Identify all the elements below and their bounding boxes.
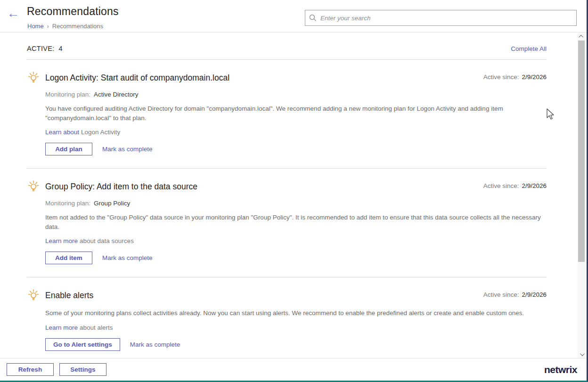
breadcrumb-home-link[interactable]: Home [27,23,44,30]
lightbulb-icon [27,180,40,195]
recommendation-card: Logon Activity: Start audit of companydo… [27,60,547,168]
scrollbar-thumb[interactable] [578,41,585,262]
scroll-down-arrow-icon[interactable] [578,350,585,358]
active-summary-row: ACTIVE:4 Complete All [27,44,547,53]
recommendation-description: Some of your monitoring plans collect ac… [27,309,547,318]
recommendation-title: Enable alerts [45,290,547,301]
active-count: 4 [59,45,63,52]
alert-settings-button[interactable]: Go to Alert settings [45,338,120,351]
active-since: Active since:2/9/2026 [483,182,547,189]
lightbulb-icon [27,71,40,86]
recommendation-title: Group Policy: Add item to the data sourc… [45,181,547,192]
breadcrumb: Home›Recommendations [27,23,103,30]
recommendation-description: Item not added to the "Group Policy" dat… [27,213,547,231]
active-since-date: 2/9/2026 [522,73,547,81]
recommendation-card: Enable alerts Active since:2/9/2026 Some… [27,277,547,358]
learn-row: Learn moreabout alerts [27,324,547,331]
recommendation-description: You have configured auditing Active Dire… [27,104,547,122]
learn-row: Learn aboutLogon Activity [27,129,547,136]
learn-link[interactable]: Learn more [45,324,78,331]
search-box [305,10,577,26]
header: ← Recommendations Home›Recommendations [0,0,587,32]
recommendation-card: Group Policy: Add item to the data sourc… [27,169,547,277]
monitoring-plan-value: Group Policy [94,200,130,207]
lightbulb-icon [27,289,40,304]
breadcrumb-current: Recommendations [52,23,103,30]
refresh-button[interactable]: Refresh [7,363,54,376]
settings-button[interactable]: Settings [59,363,106,376]
recommendation-title: Logon Activity: Start audit of companydo… [45,72,547,83]
complete-all-link[interactable]: Complete All [511,45,547,52]
monitoring-plan-row: Monitoring plan:Group Policy [27,200,547,207]
mark-as-complete-link[interactable]: Mark as complete [102,254,153,261]
page-title: Recommendations [27,5,119,18]
add-item-button[interactable]: Add item [45,252,92,264]
learn-link[interactable]: Learn more [45,237,78,244]
footer: Refresh Settings netwrix [0,358,587,381]
active-since: Active since:2/9/2026 [483,73,547,81]
back-button[interactable]: ← [6,6,21,21]
recommendations-list: ACTIVE:4 Complete All [0,33,578,358]
learn-link[interactable]: Learn about [45,129,79,136]
add-plan-button[interactable]: Add plan [45,143,92,155]
breadcrumb-separator: › [47,23,49,30]
mark-as-complete-link[interactable]: Mark as complete [130,341,180,348]
monitoring-plan-value: Active Directory [94,91,139,98]
active-since-date: 2/9/2026 [522,182,547,189]
vertical-scrollbar[interactable] [578,33,585,358]
netwrix-logo: netwrix [544,364,577,375]
monitoring-plan-row: Monitoring plan:Active Directory [27,91,547,98]
active-since-date: 2/9/2026 [522,291,547,298]
active-since: Active since:2/9/2026 [483,291,547,298]
search-icon [309,14,317,22]
recommendations-page: ← Recommendations Home›Recommendations A… [0,0,588,382]
scroll-up-arrow-icon[interactable] [578,33,585,40]
search-input[interactable] [320,15,572,22]
mark-as-complete-link[interactable]: Mark as complete [102,146,153,153]
learn-row: Learn moreabout data sources [27,237,547,244]
active-count-label: ACTIVE:4 [27,44,63,53]
